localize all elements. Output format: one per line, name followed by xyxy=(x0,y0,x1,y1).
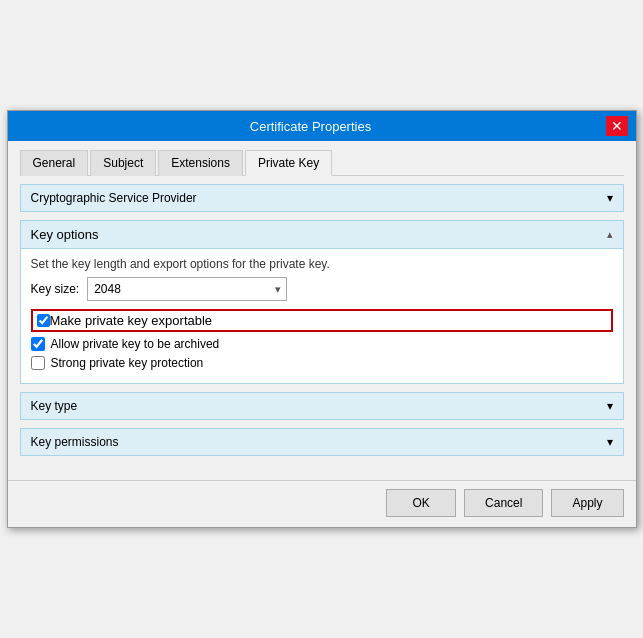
make-exportable-label: Make private key exportable xyxy=(50,313,213,328)
key-permissions-section: Key permissions ▾ xyxy=(20,428,624,456)
tab-general[interactable]: General xyxy=(20,150,89,176)
certificate-properties-dialog: Certificate Properties ✕ General Subject… xyxy=(7,110,637,528)
key-type-section: Key type ▾ xyxy=(20,392,624,420)
key-options-body: Set the key length and export options fo… xyxy=(21,249,623,383)
key-options-description: Set the key length and export options fo… xyxy=(31,257,613,271)
allow-archived-row: Allow private key to be archived xyxy=(31,337,613,351)
cancel-button[interactable]: Cancel xyxy=(464,489,543,517)
strong-protection-label: Strong private key protection xyxy=(51,356,204,370)
key-size-select-wrapper: 2048 xyxy=(87,277,287,301)
key-permissions-arrow: ▾ xyxy=(607,435,613,449)
allow-archived-label: Allow private key to be archived xyxy=(51,337,220,351)
make-exportable-checkbox[interactable] xyxy=(37,314,50,327)
apply-button[interactable]: Apply xyxy=(551,489,623,517)
dialog-content: General Subject Extensions Private Key C… xyxy=(8,141,636,476)
make-exportable-row: Make private key exportable xyxy=(31,309,613,332)
key-type-header[interactable]: Key type ▾ xyxy=(21,393,623,419)
strong-protection-checkbox[interactable] xyxy=(31,356,45,370)
key-permissions-label: Key permissions xyxy=(31,435,119,449)
csp-label: Cryptographic Service Provider xyxy=(31,191,197,205)
ok-button[interactable]: OK xyxy=(386,489,456,517)
dialog-footer: OK Cancel Apply xyxy=(8,480,636,527)
key-type-label: Key type xyxy=(31,399,78,413)
key-options-arrow: ▴ xyxy=(607,228,613,241)
key-size-label: Key size: xyxy=(31,282,80,296)
key-size-row: Key size: 2048 xyxy=(31,277,613,301)
csp-arrow: ▾ xyxy=(607,191,613,205)
csp-header[interactable]: Cryptographic Service Provider ▾ xyxy=(21,185,623,211)
key-permissions-header[interactable]: Key permissions ▾ xyxy=(21,429,623,455)
tab-private-key[interactable]: Private Key xyxy=(245,150,332,176)
key-size-select[interactable]: 2048 xyxy=(87,277,287,301)
key-options-title: Key options xyxy=(31,227,99,242)
close-button[interactable]: ✕ xyxy=(606,116,628,136)
key-options-header[interactable]: Key options ▴ xyxy=(21,221,623,249)
titlebar: Certificate Properties ✕ xyxy=(8,111,636,141)
key-options-section: Key options ▴ Set the key length and exp… xyxy=(20,220,624,384)
strong-protection-row: Strong private key protection xyxy=(31,356,613,370)
csp-section: Cryptographic Service Provider ▾ xyxy=(20,184,624,212)
dialog-title: Certificate Properties xyxy=(16,119,606,134)
allow-archived-checkbox[interactable] xyxy=(31,337,45,351)
tab-bar: General Subject Extensions Private Key xyxy=(20,149,624,176)
key-type-arrow: ▾ xyxy=(607,399,613,413)
tab-extensions[interactable]: Extensions xyxy=(158,150,243,176)
tab-subject[interactable]: Subject xyxy=(90,150,156,176)
